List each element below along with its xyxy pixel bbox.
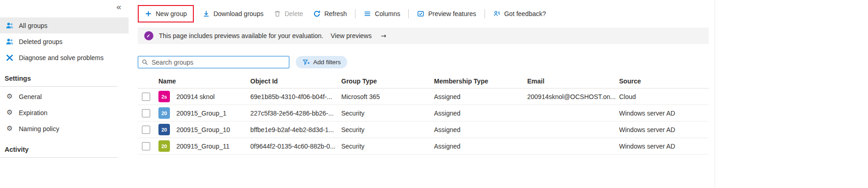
table-header-row: Name Object Id Group Type Membership Typ… xyxy=(138,74,709,88)
divider xyxy=(0,157,118,158)
membership-type: Assigned xyxy=(434,93,527,100)
gear-icon: ⚙ xyxy=(6,125,14,133)
group-name[interactable]: 200915_Group_10 xyxy=(176,126,230,133)
view-previews-link[interactable]: View previews xyxy=(331,32,372,39)
groups-page: « All groups Deleted groups Diagnose and… xyxy=(0,0,868,188)
toolbar-separator xyxy=(355,9,355,18)
column-header-email[interactable]: Email xyxy=(527,77,619,85)
gear-icon: ⚙ xyxy=(6,93,14,101)
download-groups-button[interactable]: Download groups xyxy=(197,6,269,22)
sidebar-collapse-icon[interactable]: « xyxy=(116,2,121,12)
plus-icon xyxy=(145,10,152,17)
group-type: Security xyxy=(341,126,434,133)
source: Cloud xyxy=(619,93,709,100)
search-groups-input[interactable] xyxy=(151,56,289,68)
pane-scrollbar[interactable] xyxy=(715,0,715,188)
column-header-group-type[interactable]: Group Type xyxy=(341,77,434,85)
group-avatar: 20 xyxy=(158,140,170,152)
object-id: bffbe1e9-b2af-4eb2-8d3d-1... xyxy=(250,126,341,133)
sidebar-item-label: Naming policy xyxy=(19,125,59,133)
membership-type: Assigned xyxy=(434,110,527,117)
got-feedback-button[interactable]: Got feedback? xyxy=(488,6,551,22)
column-header-membership-type[interactable]: Membership Type xyxy=(434,77,527,85)
gear-icon: ⚙ xyxy=(6,109,14,117)
group-avatar: 2s xyxy=(158,91,170,102)
preview-banner: This page includes previews available fo… xyxy=(138,28,709,44)
preview-features-button[interactable]: Preview features xyxy=(412,6,481,22)
people-icon xyxy=(6,38,14,46)
command-bar: New group Download groups Delete Refresh… xyxy=(138,4,709,24)
sidebar-item-label: General xyxy=(19,93,42,100)
groups-table: Name Object Id Group Type Membership Typ… xyxy=(138,74,709,155)
source: Windows server AD xyxy=(619,126,709,133)
group-name[interactable]: 200914 sknol xyxy=(176,93,214,100)
column-header-source[interactable]: Source xyxy=(619,77,709,85)
toolbar-separator xyxy=(485,9,485,18)
preview-features-icon xyxy=(417,10,424,17)
table-row[interactable]: 20 200915_Group_10 bffbe1e9-b2af-4eb2-8d… xyxy=(138,122,709,138)
sidebar-item-expiration[interactable]: ⚙ Expiration xyxy=(0,105,129,121)
sidebar-nav: All groups Deleted groups Diagnose and s… xyxy=(0,0,129,66)
sidebar-section-activity: Activity xyxy=(0,144,129,155)
sidebar-item-diagnose[interactable]: Diagnose and solve problems xyxy=(0,50,129,66)
source: Windows server AD xyxy=(619,110,709,117)
membership-type: Assigned xyxy=(434,143,527,150)
refresh-button[interactable]: Refresh xyxy=(308,6,352,22)
search-icon xyxy=(141,59,148,66)
banner-text: This page includes previews available fo… xyxy=(159,32,323,39)
row-checkbox[interactable] xyxy=(142,109,150,117)
source: Windows server AD xyxy=(619,143,709,150)
group-avatar: 20 xyxy=(158,107,170,119)
sidebar-item-label: Deleted groups xyxy=(19,38,62,45)
filter-plus-icon xyxy=(302,59,310,66)
group-name[interactable]: 200915_Group_1 xyxy=(176,110,226,117)
table-row[interactable]: 2s 200914 sknol 69e1b85b-4310-4f06-b04f-… xyxy=(138,88,709,105)
table-row[interactable]: 20 200915_Group_1 227c5f38-2e56-4286-bb2… xyxy=(138,105,709,122)
sidebar-item-deleted-groups[interactable]: Deleted groups xyxy=(0,33,129,50)
column-header-name[interactable]: Name xyxy=(158,77,250,85)
new-group-button[interactable]: New group xyxy=(140,6,192,22)
sidebar-item-general[interactable]: ⚙ General xyxy=(0,88,129,105)
rocket-icon xyxy=(144,31,153,40)
arrow-right-icon[interactable]: → xyxy=(381,32,386,39)
email: 200914sknol@OCSHOST.on... xyxy=(527,93,619,100)
group-name[interactable]: 200915_Group_11 xyxy=(176,143,230,150)
sidebar-item-label: Diagnose and solve problems xyxy=(19,54,103,61)
sidebar-section-settings: Settings xyxy=(0,73,129,84)
row-checkbox[interactable] xyxy=(142,142,150,150)
group-type: Security xyxy=(341,110,434,117)
feedback-icon xyxy=(493,10,501,17)
sidebar-settings-group: ⚙ General ⚙ Expiration ⚙ Naming policy xyxy=(0,88,129,137)
column-header-object-id[interactable]: Object Id xyxy=(250,77,341,85)
filters-row: Add filters xyxy=(138,56,709,68)
diagnose-tools-icon xyxy=(6,54,14,62)
download-icon xyxy=(203,10,210,17)
main-content: New group Download groups Delete Refresh… xyxy=(138,0,709,155)
toolbar-separator xyxy=(408,9,409,18)
row-checkbox[interactable] xyxy=(142,126,150,134)
sidebar-item-naming-policy[interactable]: ⚙ Naming policy xyxy=(0,121,129,137)
sidebar-item-label: Expiration xyxy=(19,109,47,116)
divider xyxy=(0,86,118,87)
row-checkbox[interactable] xyxy=(142,93,150,101)
object-id: 69e1b85b-4310-4f06-b04f-... xyxy=(250,93,341,100)
people-icon xyxy=(6,22,14,30)
sidebar: « All groups Deleted groups Diagnose and… xyxy=(0,0,129,188)
group-avatar: 20 xyxy=(158,124,170,135)
new-group-annotation-box: New group xyxy=(138,5,194,22)
add-filters-button[interactable]: Add filters xyxy=(296,56,347,68)
columns-button[interactable]: Columns xyxy=(359,6,405,22)
refresh-icon xyxy=(313,10,321,17)
trash-icon xyxy=(274,10,281,17)
search-groups-box xyxy=(138,56,289,68)
group-type: Security xyxy=(341,143,434,150)
group-type: Microsoft 365 xyxy=(341,93,434,100)
object-id: 0f9644f2-0135-4c60-882b-0... xyxy=(250,143,341,150)
sidebar-item-all-groups[interactable]: All groups xyxy=(0,17,129,33)
membership-type: Assigned xyxy=(434,126,527,133)
sidebar-item-label: All groups xyxy=(19,22,47,29)
delete-button[interactable]: Delete xyxy=(269,6,308,22)
object-id: 227c5f38-2e56-4286-bb26-... xyxy=(250,110,341,117)
table-row[interactable]: 20 200915_Group_11 0f9644f2-0135-4c60-88… xyxy=(138,138,709,155)
columns-icon xyxy=(364,10,371,17)
